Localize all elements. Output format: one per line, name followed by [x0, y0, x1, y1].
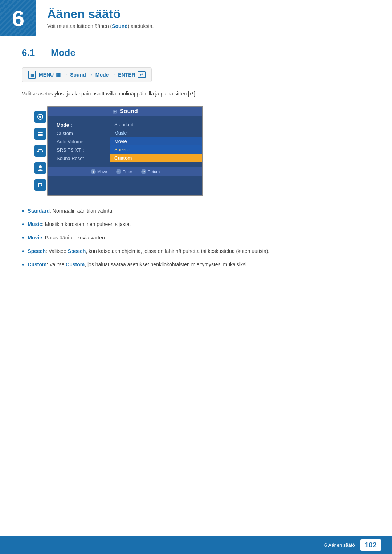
enter-bracket: ↵ — [189, 91, 194, 97]
footer-enter: ↵ Enter — [116, 169, 132, 174]
section-title: Mode — [51, 47, 75, 58]
bullet-item-custom: • Custom: Valitse Custom, jos haluat sää… — [22, 261, 370, 270]
tv-submenu: Standard Music Movie Speech Custom — [110, 119, 202, 164]
svg-point-7 — [39, 165, 42, 168]
tv-menu-left: Mode : Custom Auto Volume : SRS TS XT : — [48, 119, 110, 164]
header-title-area: Äänen säätö Voit muuttaa laitteen äänen … — [36, 0, 392, 36]
footer-move-label: Move — [97, 169, 107, 174]
menu-path: ▦ MENU ▦ → Sound → Mode → ENTER ↵ — [22, 67, 152, 82]
term-custom: Custom — [28, 262, 46, 267]
tv-screen-container: ⊞ Sound Mode : Custom Auto Volume — [22, 106, 370, 196]
svg-rect-3 — [38, 134, 43, 135]
submenu-standard: Standard — [110, 120, 202, 129]
svg-rect-5 — [37, 151, 39, 152]
chapter-number-box: 6 — [0, 0, 36, 36]
menu-item-autovolume-label: Auto Volume — [57, 139, 83, 144]
svg-rect-6 — [42, 151, 43, 152]
menu-item-custom-label: Custom — [57, 131, 73, 136]
subtitle-suffix: ) asetuksia. — [128, 23, 154, 29]
tv-menu-item-autovolume: Auto Volume : — [54, 138, 105, 146]
footer-enter-label: Enter — [123, 169, 132, 174]
submenu-movie: Movie — [110, 137, 202, 145]
tv-menu-item-soundreset: Sound Reset — [54, 154, 105, 163]
footer-text: 6 Äänen säätö — [324, 542, 355, 548]
svg-rect-9 — [38, 183, 42, 184]
instruction-prefix: Valitse asetus ylös- ja alaspäin osoitta… — [22, 91, 189, 97]
chapter-number: 6 — [12, 5, 24, 31]
term-music: Music — [28, 221, 42, 227]
tv-screen-title: Sound — [120, 108, 138, 115]
tv-menu-item-srsts: SRS TS XT : — [54, 146, 105, 154]
tv-menu-item-mode: Mode : — [54, 121, 105, 129]
tv-title-s: S — [120, 108, 124, 114]
bullet-dot-4: • — [22, 247, 24, 257]
footer-return-label: Return — [148, 169, 160, 174]
side-icon-2 — [34, 128, 46, 140]
svg-rect-8 — [38, 184, 39, 187]
svg-rect-10 — [41, 184, 42, 186]
side-icon-5 — [34, 179, 46, 191]
bullet-text-1: Standard: Normaalin äänitilan valinta. — [28, 207, 114, 215]
tv-menu-area: Mode : Custom Auto Volume : SRS TS XT : — [48, 116, 202, 167]
instruction-suffix: ]. — [194, 91, 197, 97]
footer-return: ↩ Return — [141, 169, 160, 174]
arrow1: → — [63, 72, 68, 78]
term-standard: Standard — [28, 208, 50, 214]
menu-item-mode-label: Mode — [57, 122, 69, 128]
submenu-speech: Speech — [110, 145, 202, 154]
tv-screen-header: ⊞ Sound — [48, 107, 202, 116]
tv-grid-icon: ⊞ — [113, 108, 117, 114]
subtitle-prefix: Voit muuttaa laitteen äänen ( — [47, 23, 112, 29]
bullet-item-music: • Music: Musiikin korostaminen puheen si… — [22, 221, 370, 230]
return-icon: ↩ — [141, 169, 146, 174]
move-icon: ⬆ — [91, 169, 96, 174]
menu-grid-icon: ▦ — [56, 72, 61, 78]
tv-side-icons — [33, 106, 48, 196]
bullet-item-standard: • Standard: Normaalin äänitilan valinta. — [22, 207, 370, 216]
instruction-text: Valitse asetus ylös- ja alaspäin osoitta… — [22, 90, 370, 98]
enter-btn-icon: ↵ — [116, 169, 121, 174]
arrow2: → — [88, 72, 93, 78]
tv-screen: ⊞ Sound Mode : Custom Auto Volume — [47, 106, 203, 196]
menu-item-soundreset-label: Sound Reset — [57, 156, 84, 161]
submenu-custom: Custom — [110, 154, 202, 162]
footer-page-number: 102 — [360, 539, 381, 551]
svg-rect-2 — [38, 132, 43, 133]
tv-screen-footer: ⬆ Move ↵ Enter ↩ Return — [48, 167, 202, 176]
bullet-dot-3: • — [22, 233, 24, 243]
subtitle-highlight: Sound — [112, 23, 128, 29]
tv-title-rest: ound — [124, 108, 138, 114]
chapter-title: Äänen säätö — [47, 7, 381, 21]
bullet-text-5: Custom: Valitse Custom, jos haluat säätä… — [28, 261, 248, 268]
tv-menu-item-custom: Custom — [54, 129, 105, 138]
side-icon-4 — [34, 162, 46, 174]
svg-rect-4 — [38, 135, 43, 136]
term-speech2: Speech — [68, 248, 86, 254]
term-custom2: Custom — [66, 262, 85, 267]
bullet-dot-2: • — [22, 220, 24, 230]
enter-icon: ↵ — [138, 71, 146, 78]
page-header: 6 Äänen säätö Voit muuttaa laitteen ääne… — [0, 0, 392, 36]
page-footer: 6 Äänen säätö 102 — [0, 536, 392, 554]
menu-sound: Sound — [70, 72, 86, 78]
bullet-text-4: Speech: Valitsee Speech, kun katsotaan o… — [28, 247, 269, 255]
svg-point-1 — [39, 116, 41, 118]
term-movie: Movie — [28, 235, 42, 241]
bullet-dot-1: • — [22, 206, 24, 216]
main-content: 6.1 Mode ▦ MENU ▦ → Sound → Mode → ENTER… — [0, 47, 392, 303]
menu-label: MENU — [39, 72, 54, 78]
menu-mode: Mode — [95, 72, 109, 78]
bullet-item-movie: • Movie: Paras ääni elokuvia varten. — [22, 234, 370, 243]
section-header: 6.1 Mode — [22, 47, 370, 58]
bullet-text-3: Movie: Paras ääni elokuvia varten. — [28, 234, 106, 242]
submenu-music: Music — [110, 129, 202, 137]
term-speech: Speech — [28, 248, 46, 254]
footer-move: ⬆ Move — [91, 169, 107, 174]
bullet-dot-5: • — [22, 260, 24, 270]
bullet-text-2: Music: Musiikin korostaminen puheen sija… — [28, 221, 131, 228]
arrow3: → — [111, 72, 116, 78]
chapter-subtitle: Voit muuttaa laitteen äänen (Sound) aset… — [47, 23, 381, 29]
side-icon-1 — [34, 111, 46, 123]
section-number: 6.1 — [22, 47, 42, 58]
menu-icon: ▦ — [28, 71, 36, 79]
